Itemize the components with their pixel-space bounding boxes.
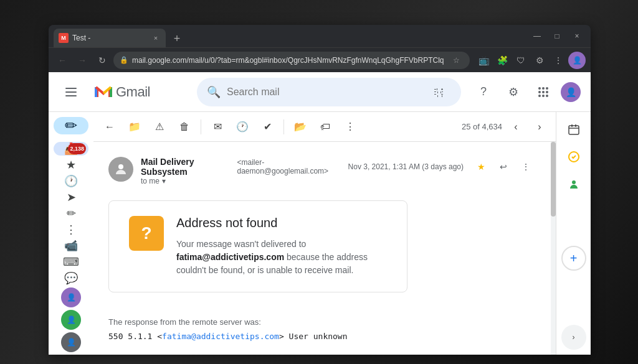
contact-avatar-1: 👤 (61, 287, 81, 307)
sidebar-item-video[interactable]: 📹 (54, 239, 88, 253)
address-input[interactable] (132, 56, 445, 65)
email-meta: Mail Delivery Subsystem <mailer-daemon@g… (141, 157, 464, 185)
snooze-button[interactable]: 🕐 (231, 116, 254, 138)
reply-button[interactable]: ↩ (493, 157, 513, 177)
right-panel-contacts-button[interactable] (561, 172, 586, 197)
search-bar: 🔍 (197, 78, 461, 106)
svg-point-5 (542, 87, 545, 90)
extensions-button[interactable]: 🧩 (493, 52, 511, 69)
mark-unread-button[interactable]: ✉ (206, 116, 229, 138)
sidebar-item-more[interactable]: ⋮ (54, 223, 88, 236)
svg-point-10 (538, 95, 541, 97)
settings-button[interactable]: ⚙ (501, 80, 526, 105)
contact-avatar-3: 👤 (61, 332, 81, 352)
bookmark-button[interactable]: ☆ (449, 53, 464, 68)
bounce-email-link[interactable]: fatima@addictivetips.com (162, 332, 279, 341)
move-to-button[interactable]: 📂 (289, 116, 312, 138)
close-button[interactable]: × (568, 27, 586, 45)
user-avatar[interactable]: 👤 (561, 82, 581, 102)
right-panel-add-button[interactable]: + (561, 246, 586, 271)
svg-point-18 (572, 180, 576, 184)
scrollbar-thumb[interactable] (551, 142, 556, 217)
minimize-button[interactable]: — (528, 27, 546, 45)
spam-button[interactable]: ⚠ (148, 116, 171, 138)
label-as-button[interactable]: 🏷 (314, 116, 336, 138)
star-button[interactable]: ★ (471, 157, 491, 177)
title-bar: M Test - × + — □ × (49, 25, 591, 47)
maximize-button[interactable]: □ (548, 27, 566, 45)
sender-name: Mail Delivery Subsystem (141, 157, 233, 177)
prev-email-button[interactable]: ‹ (505, 116, 527, 138)
keyboard-icon: ⌨ (63, 255, 79, 269)
window-controls: — □ × (528, 27, 586, 45)
svg-point-8 (542, 91, 545, 93)
tab-favicon: M (59, 33, 69, 43)
browser-profile-avatar[interactable]: 👤 (568, 52, 586, 69)
svg-rect-14 (569, 126, 579, 134)
right-panel-tasks-button[interactable] (561, 144, 586, 169)
sidebar-item-avatar3[interactable]: 👤 (54, 332, 88, 352)
address-bar-actions: ☆ (449, 53, 464, 68)
next-email-button[interactable]: › (528, 116, 551, 138)
new-tab-button[interactable]: + (168, 30, 186, 47)
gmail-sidebar: ✏ 📥 2,138 ★ 🕐 ➤ ✏ (49, 112, 93, 355)
sidebar-item-starred[interactable]: ★ (54, 158, 88, 172)
email-actions: ★ ↩ ⋮ (471, 157, 536, 177)
sidebar-item-avatar1[interactable]: 👤 (54, 287, 88, 307)
browser-window: M Test - × + — □ × ← → ↻ 🔒 ☆ 📺 🧩 🛡 ⚙ (49, 25, 591, 355)
bounce-title: Address not found (176, 216, 387, 230)
apps-button[interactable] (531, 80, 556, 105)
sidebar-item-snoozed[interactable]: 🕐 (54, 174, 88, 188)
back-button[interactable]: ← (54, 52, 71, 69)
nav-arrows: ‹ › (505, 116, 551, 138)
gmail-body: ✏ 📥 2,138 ★ 🕐 ➤ ✏ (49, 112, 591, 355)
sidebar-item-keyboard[interactable]: ⌨ (54, 255, 88, 269)
address-bar-container: 🔒 ☆ (113, 52, 470, 69)
email-count: 25 of 4,634 (462, 122, 502, 131)
sidebar-item-inbox[interactable]: 📥 2,138 (54, 142, 88, 156)
server-response-section: The response from the remote server was:… (108, 307, 536, 341)
done-button[interactable]: ✔ (256, 116, 279, 138)
tab-area: M Test - × + (54, 25, 528, 47)
search-tune-button[interactable] (426, 80, 451, 105)
svg-point-4 (538, 87, 541, 90)
email-date: Nov 3, 2021, 1:31 AM (3 days ago) (348, 162, 464, 171)
gmail-container: Gmail 🔍 ? ⚙ (49, 72, 591, 355)
help-button[interactable]: ? (471, 80, 496, 105)
sent-icon: ➤ (67, 190, 76, 204)
recipient-text: to me (141, 177, 160, 185)
recipient-dropdown-icon[interactable]: ▾ (162, 177, 166, 185)
refresh-button[interactable]: ↻ (93, 52, 111, 69)
ad-block-button[interactable]: 🛡 (512, 52, 530, 69)
delete-button[interactable]: 🗑 (173, 116, 196, 138)
forward-button[interactable]: → (74, 52, 91, 69)
search-icon: 🔍 (207, 85, 221, 99)
browser-tab[interactable]: M Test - × (54, 29, 166, 47)
cast-button[interactable]: 📺 (475, 52, 492, 69)
more-icon: ⋮ (65, 223, 77, 236)
sidebar-item-chat[interactable]: 💬 (54, 271, 88, 285)
hamburger-menu-button[interactable] (59, 80, 83, 105)
header-right: ? ⚙ 👤 (471, 80, 581, 105)
recipient-line: to me ▾ (141, 177, 464, 185)
svg-point-6 (546, 87, 548, 90)
back-to-inbox-button[interactable]: ← (98, 116, 121, 138)
right-panel-calendar-button[interactable] (561, 117, 586, 142)
compose-button[interactable]: ✏ (54, 117, 88, 134)
right-panel-expand-button[interactable]: › (561, 325, 586, 350)
sidebar-item-drafts[interactable]: ✏ (54, 207, 88, 220)
sidebar-item-avatar2[interactable]: 👤 (54, 310, 88, 330)
server-response-label: The response from the remote server was: (108, 317, 536, 327)
search-input[interactable] (227, 86, 420, 98)
svg-rect-2 (65, 95, 77, 96)
bounce-body: Your message wasn't delivered to fatima@… (176, 238, 387, 277)
tab-close-button[interactable]: × (151, 33, 161, 43)
more-options-button[interactable]: ⋮ (339, 116, 361, 138)
more-tools-button[interactable]: ⋮ (550, 52, 567, 69)
bounce-icon-wrapper: ? (129, 216, 164, 251)
more-email-options-button[interactable]: ⋮ (516, 157, 536, 177)
sidebar-item-sent[interactable]: ➤ (54, 190, 88, 204)
scrollbar[interactable] (551, 142, 556, 355)
profile-settings-button[interactable]: ⚙ (531, 52, 548, 69)
archive-button[interactable]: 📁 (123, 116, 146, 138)
